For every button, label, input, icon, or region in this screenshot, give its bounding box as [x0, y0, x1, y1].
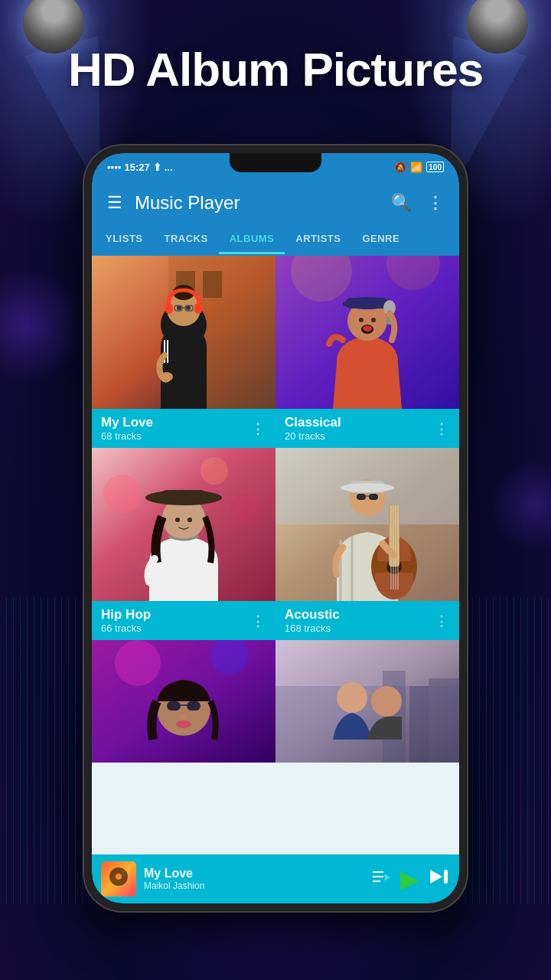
more-mylove-button[interactable]: ⋮: [248, 419, 268, 439]
svg-rect-22: [346, 298, 389, 309]
signal-bars: ▪▪▪▪: [107, 162, 121, 173]
more-button[interactable]: ⋮: [424, 190, 447, 216]
svg-rect-37: [161, 490, 207, 504]
tabs-bar: YLISTS TRACKS ALBUMS ARTISTS GENRE: [92, 225, 459, 256]
svg-rect-45: [357, 494, 366, 500]
albums-container: My Love 68 tracks ⋮: [92, 256, 459, 854]
status-right: 🔕 📶 100: [394, 162, 444, 173]
svg-point-75: [371, 686, 402, 717]
svg-rect-23: [343, 302, 352, 306]
player-info: My Love Maikol Jashion: [144, 867, 365, 891]
album-card-acoustic[interactable]: Acoustic 168 tracks ⋮: [276, 448, 459, 640]
player-artist-name: Maikol Jashion: [144, 880, 365, 891]
next-button[interactable]: [430, 868, 450, 890]
album-image-hiphop: [92, 448, 276, 601]
album-text-hiphop: Hip Hop 66 tracks: [101, 607, 248, 634]
album-text-acoustic: Acoustic 168 tracks: [285, 607, 432, 634]
battery-level: 100: [429, 163, 442, 172]
svg-point-61: [115, 640, 161, 686]
svg-point-67: [180, 714, 187, 719]
svg-rect-73: [429, 678, 459, 763]
albums-grid: My Love 68 tracks ⋮: [92, 256, 459, 763]
player-controls: ▶: [373, 864, 450, 893]
player-thumbnail: [101, 861, 136, 897]
album-card-mylove[interactable]: My Love 68 tracks ⋮: [92, 256, 276, 448]
tab-artists[interactable]: ARTISTS: [285, 225, 351, 254]
app-header: ☰ Music Player 🔍 ⋮: [92, 181, 459, 225]
menu-button[interactable]: ☰: [104, 190, 126, 216]
tab-playlists[interactable]: YLISTS: [95, 225, 154, 254]
album-card-hiphop[interactable]: Hip Hop 66 tracks ⋮: [92, 448, 276, 640]
album-tracks-classical: 20 tracks: [285, 430, 432, 442]
svg-rect-8: [194, 303, 202, 314]
album-name-classical: Classical: [285, 415, 432, 430]
time-display: 15:27: [124, 162, 149, 173]
album-image-partial1: [92, 640, 276, 763]
tab-albums[interactable]: ALBUMS: [219, 225, 285, 254]
svg-rect-84: [444, 870, 448, 884]
album-text-mylove: My Love 68 tracks: [101, 415, 248, 442]
svg-rect-7: [165, 303, 173, 314]
notification-icon: 🔕: [394, 162, 406, 173]
data-icon: ⬆: [153, 162, 161, 173]
album-image-partial2: [276, 640, 459, 763]
album-info-mylove: My Love 68 tracks ⋮: [92, 409, 276, 448]
svg-point-32: [230, 494, 260, 524]
album-image-classical: [276, 256, 459, 409]
app-title: Music Player: [135, 192, 379, 214]
battery-icon: 100: [426, 162, 444, 172]
album-image-mylove: [92, 256, 276, 409]
svg-point-27: [363, 325, 372, 332]
svg-point-24: [359, 318, 364, 322]
svg-rect-64: [167, 701, 181, 710]
album-image-acoustic: [276, 448, 459, 601]
album-tracks-hiphop: 66 tracks: [101, 622, 248, 634]
player-song-title: My Love: [144, 867, 365, 880]
album-info-acoustic: Acoustic 168 tracks ⋮: [276, 601, 459, 640]
svg-rect-65: [187, 701, 201, 710]
svg-marker-83: [430, 870, 442, 884]
svg-rect-72: [409, 686, 429, 763]
svg-point-78: [116, 874, 122, 880]
status-left: ▪▪▪▪ 15:27 ⬆ ...: [107, 162, 173, 173]
play-button[interactable]: ▶: [400, 864, 419, 893]
dots-icon: ...: [165, 162, 173, 173]
wifi-icon: 📶: [410, 162, 422, 173]
album-name-acoustic: Acoustic: [285, 607, 432, 622]
svg-rect-3: [203, 271, 222, 298]
svg-point-38: [175, 518, 180, 522]
album-info-classical: Classical 20 tracks ⋮: [276, 409, 459, 448]
svg-point-16: [161, 372, 173, 381]
svg-point-25: [371, 318, 376, 322]
svg-marker-82: [385, 874, 390, 880]
playlist-button[interactable]: [373, 871, 390, 888]
album-tracks-mylove: 68 tracks: [101, 430, 248, 442]
album-tracks-acoustic: 168 tracks: [285, 622, 432, 634]
hero-title: HD Album Pictures: [0, 42, 551, 96]
svg-point-44: [341, 483, 394, 492]
more-hiphop-button[interactable]: ⋮: [248, 611, 268, 631]
album-card-classical[interactable]: Classical 20 tracks ⋮: [276, 256, 459, 448]
svg-point-68: [176, 720, 191, 728]
tab-tracks[interactable]: TRACKS: [154, 225, 219, 254]
svg-point-39: [187, 518, 192, 522]
svg-point-33: [201, 457, 228, 485]
svg-point-74: [337, 682, 367, 713]
tab-genre[interactable]: GENRE: [351, 225, 410, 254]
more-acoustic-button[interactable]: ⋮: [432, 611, 452, 631]
bottom-player: My Love Maikol Jashion ▶: [92, 854, 459, 903]
album-name-mylove: My Love: [101, 415, 248, 430]
svg-rect-46: [369, 494, 378, 500]
phone-frame: ▪▪▪▪ 15:27 ⬆ ... 🔕 📶 100 ☰ Music Player …: [84, 145, 467, 911]
more-classical-button[interactable]: ⋮: [432, 419, 452, 439]
album-text-classical: Classical 20 tracks: [285, 415, 432, 442]
album-info-hiphop: Hip Hop 66 tracks ⋮: [92, 601, 276, 640]
album-card-partial1[interactable]: [92, 640, 276, 763]
album-card-partial2[interactable]: [276, 640, 459, 763]
phone-notch: [230, 153, 321, 172]
svg-point-31: [103, 475, 142, 513]
screen: ▪▪▪▪ 15:27 ⬆ ... 🔕 📶 100 ☰ Music Player …: [92, 153, 459, 903]
search-button[interactable]: 🔍: [388, 190, 415, 216]
album-name-hiphop: Hip Hop: [101, 607, 248, 622]
